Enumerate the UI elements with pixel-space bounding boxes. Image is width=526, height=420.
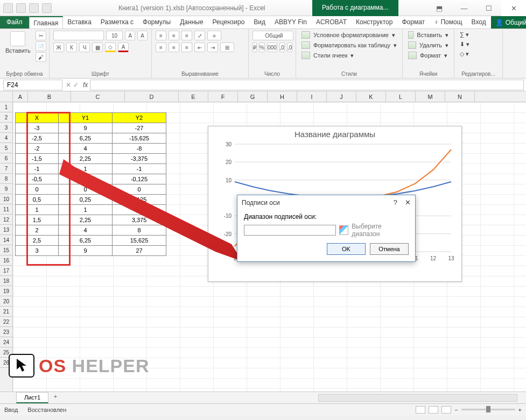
chart-tools-tab[interactable]: Работа с диаграмма... bbox=[312, 0, 398, 16]
col-header-B[interactable]: B bbox=[28, 91, 71, 102]
col-header-A[interactable]: A bbox=[13, 91, 28, 102]
row-header-21[interactable]: 21 bbox=[0, 307, 12, 317]
row-headers[interactable]: 1234567891011121314151617181920212223242… bbox=[0, 102, 13, 391]
view-normal-icon[interactable] bbox=[416, 406, 425, 414]
row-header-20[interactable]: 20 bbox=[0, 296, 12, 307]
percent-icon[interactable]: % bbox=[259, 42, 265, 52]
row-header-1[interactable]: 1 bbox=[0, 102, 12, 112]
row-header-7[interactable]: 7 bbox=[0, 163, 12, 174]
tab-данные[interactable]: Данные bbox=[176, 16, 208, 29]
col-header-M[interactable]: M bbox=[416, 91, 445, 102]
number-format-select[interactable]: Общий bbox=[253, 31, 293, 40]
row-header-23[interactable]: 23 bbox=[0, 327, 12, 337]
axis-range-input[interactable] bbox=[244, 225, 336, 236]
row-header-2[interactable]: 2 bbox=[0, 112, 12, 123]
zoom-out-button[interactable]: − bbox=[454, 407, 458, 413]
autosum-button[interactable]: ∑ ▾ bbox=[458, 30, 499, 39]
enter-formula-icon[interactable]: ✓ bbox=[73, 81, 79, 89]
redo-icon[interactable] bbox=[29, 3, 39, 13]
tab-вид[interactable]: Вид bbox=[249, 16, 270, 29]
sheet-tab[interactable]: Лист1 bbox=[16, 392, 48, 403]
decrease-decimal-icon[interactable]: ,0 bbox=[287, 42, 292, 52]
cut-icon[interactable]: ✂ bbox=[36, 31, 46, 40]
format-as-table-button[interactable]: Форматировать как таблицу ▾ bbox=[299, 40, 399, 50]
row-header-8[interactable]: 8 bbox=[0, 174, 12, 184]
bold-icon[interactable]: Ж bbox=[53, 42, 64, 52]
row-header-10[interactable]: 10 bbox=[0, 194, 12, 204]
row-header-26[interactable]: 26 bbox=[0, 358, 12, 368]
worksheet-grid[interactable]: ABCDEFGHIJKLMN 1234567891011121314151617… bbox=[0, 91, 526, 391]
col-header-K[interactable]: K bbox=[356, 91, 386, 102]
format-painter-icon[interactable]: 🖌 bbox=[36, 52, 46, 62]
view-break-icon[interactable] bbox=[441, 406, 451, 414]
clear-button[interactable]: ◇ ▾ bbox=[458, 49, 499, 59]
row-header-5[interactable]: 5 bbox=[0, 143, 12, 153]
cancel-formula-icon[interactable]: ✕ bbox=[66, 81, 71, 89]
row-header-15[interactable]: 15 bbox=[0, 245, 12, 255]
align-bottom-icon[interactable]: ≡ bbox=[181, 31, 192, 40]
horizontal-scrollbar[interactable] bbox=[318, 394, 517, 402]
row-header-18[interactable]: 18 bbox=[0, 276, 12, 286]
increase-decimal-icon[interactable]: ,0 bbox=[279, 42, 285, 52]
currency-icon[interactable]: ₽ bbox=[253, 42, 257, 52]
col-header-J[interactable]: J bbox=[327, 91, 356, 102]
fx-icon[interactable]: fx bbox=[81, 81, 90, 89]
tab-главная[interactable]: Главная bbox=[29, 16, 64, 29]
row-header-11[interactable]: 11 bbox=[0, 204, 12, 215]
row-header-17[interactable]: 17 bbox=[0, 266, 12, 276]
ribbon-options-icon[interactable]: ⬒ bbox=[427, 0, 452, 16]
align-center-icon[interactable]: ≡ bbox=[169, 42, 179, 52]
col-header-L[interactable]: L bbox=[386, 91, 416, 102]
range-picker-icon[interactable] bbox=[339, 225, 348, 235]
col-header-E[interactable]: E bbox=[179, 91, 208, 102]
close-button[interactable]: ✕ bbox=[501, 0, 526, 16]
minimize-button[interactable]: — bbox=[452, 0, 476, 16]
col-header-N[interactable]: N bbox=[445, 91, 475, 102]
sign-in[interactable]: Вход bbox=[467, 16, 491, 29]
col-header-C[interactable]: C bbox=[71, 91, 125, 102]
select-all-corner[interactable] bbox=[0, 91, 13, 102]
comma-icon[interactable]: 000 bbox=[267, 42, 277, 52]
format-cells-button[interactable]: Формат ▾ bbox=[406, 51, 451, 60]
delete-cells-button[interactable]: Удалить ▾ bbox=[406, 40, 451, 50]
col-header-G[interactable]: G bbox=[238, 91, 268, 102]
row-header-24[interactable]: 24 bbox=[0, 337, 12, 347]
tab-формулы[interactable]: Формулы bbox=[138, 16, 176, 29]
row-header-25[interactable]: 25 bbox=[0, 347, 12, 358]
formula-input[interactable] bbox=[90, 80, 524, 90]
row-header-3[interactable]: 3 bbox=[0, 123, 12, 133]
decrease-font-icon[interactable]: A bbox=[137, 31, 148, 40]
fill-button[interactable]: ⬇ ▾ bbox=[458, 40, 499, 49]
row-header-9[interactable]: 9 bbox=[0, 184, 12, 194]
align-top-icon[interactable]: ≡ bbox=[156, 31, 166, 40]
undo-icon[interactable] bbox=[16, 3, 26, 13]
conditional-formatting-button[interactable]: Условное форматирование ▾ bbox=[299, 30, 399, 40]
zoom-in-button[interactable]: + bbox=[518, 407, 522, 413]
row-header-13[interactable]: 13 bbox=[0, 225, 12, 235]
row-header-19[interactable]: 19 bbox=[0, 286, 12, 296]
col-header-D[interactable]: D bbox=[125, 91, 179, 102]
tab-конструктор[interactable]: Конструктор bbox=[352, 16, 397, 29]
view-layout-icon[interactable] bbox=[429, 406, 438, 414]
insert-cells-button[interactable]: Вставить ▾ bbox=[406, 30, 451, 40]
dialog-cancel-button[interactable]: Отмена bbox=[370, 243, 409, 255]
align-middle-icon[interactable]: ≡ bbox=[169, 31, 179, 40]
col-header-H[interactable]: H bbox=[268, 91, 297, 102]
cell-styles-button[interactable]: Стили ячеек ▾ bbox=[299, 51, 399, 60]
dialog-close-icon[interactable]: ✕ bbox=[405, 198, 411, 207]
copy-icon[interactable]: 📄 bbox=[36, 41, 46, 51]
row-header-14[interactable]: 14 bbox=[0, 235, 12, 245]
border-icon[interactable]: ▦ bbox=[92, 42, 103, 52]
chart-title[interactable]: Название диаграммы bbox=[208, 126, 461, 140]
align-right-icon[interactable]: ≡ bbox=[181, 42, 192, 52]
row-header-12[interactable]: 12 bbox=[0, 215, 12, 225]
tab-рецензиро[interactable]: Рецензиро bbox=[208, 16, 250, 29]
maximize-button[interactable]: ☐ bbox=[476, 0, 501, 16]
row-header-4[interactable]: 4 bbox=[0, 133, 12, 143]
save-icon[interactable] bbox=[3, 3, 13, 13]
decrease-indent-icon[interactable]: ⇤ bbox=[194, 42, 205, 52]
share-button[interactable]: 👤Общий доступ bbox=[491, 16, 526, 29]
tab-формат[interactable]: Формат bbox=[397, 16, 430, 29]
add-sheet-button[interactable]: + bbox=[50, 393, 61, 403]
align-left-icon[interactable]: ≡ bbox=[156, 42, 166, 52]
